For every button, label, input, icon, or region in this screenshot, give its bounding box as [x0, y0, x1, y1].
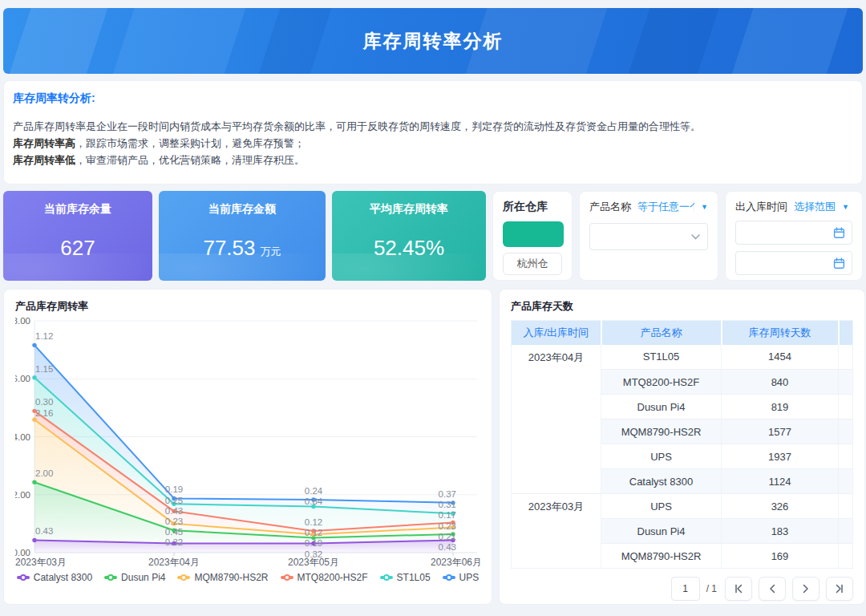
product-cell: MQM8790-HS2R [601, 544, 722, 569]
warehouse-option-button[interactable]: 杭州仓 [503, 253, 562, 275]
dashboard-page: 库存周转率分析 库存周率转分析: 产品库存周转率是企业在一段时间内销货成本与平均… [0, 8, 866, 616]
chart-legend: Catalyst 8300Dusun Pi4MQM8790-HS2RMTQ820… [15, 572, 480, 583]
svg-text:0.19: 0.19 [165, 484, 183, 494]
extra-cell [839, 395, 853, 419]
svg-text:0.31: 0.31 [439, 500, 456, 509]
svg-text:0.43: 0.43 [165, 506, 183, 516]
legend-label: ST1L05 [397, 572, 431, 583]
legend-marker-icon [104, 576, 117, 579]
chevron-down-icon [691, 234, 700, 240]
prev-page-icon [768, 584, 776, 594]
kpi-label: 当前库存金额 [208, 202, 276, 217]
pagination: 1 / 1 [511, 577, 853, 601]
product-operator-dropdown[interactable]: 等于任意一个 [637, 200, 694, 214]
days-cell: 1124 [722, 469, 839, 494]
warehouse-selected-button[interactable] [503, 221, 564, 247]
legend-item-st1l05[interactable]: ST1L05 [380, 572, 431, 583]
days-cell: 1454 [722, 345, 839, 370]
product-cell: MTQ8200-HS2F [601, 370, 722, 395]
svg-text:0.23: 0.23 [165, 517, 183, 526]
analysis-line-2: 库存周转率高，跟踪市场需求，调整采购计划，避免库存预警； [13, 135, 853, 152]
svg-text:4.00: 4.00 [15, 432, 30, 442]
legend-item-mtq8200-hs2f[interactable]: MTQ8200-HS2F [281, 572, 368, 583]
product-filter-label: 产品名称 [589, 200, 631, 214]
svg-text:2.00: 2.00 [15, 490, 30, 500]
prev-page-button[interactable] [759, 577, 786, 601]
turnover-chart-panel: 产品库存周转率 0.002.004.006.008.002023年03月2023… [3, 289, 492, 605]
dropdown-caret-icon[interactable]: ▼ [842, 203, 849, 211]
product-select-input[interactable] [589, 223, 708, 250]
svg-text:2023年06月: 2023年06月 [431, 557, 482, 568]
svg-text:0.12: 0.12 [305, 528, 322, 537]
extra-cell [839, 494, 853, 519]
time-filter-head: 出入库时间 选择范围 ▼ [735, 200, 852, 214]
table-header-cell: 库存周转天数 [722, 321, 839, 345]
svg-text:0.32: 0.32 [165, 537, 183, 547]
svg-text:0.32: 0.32 [305, 549, 322, 559]
banner-decoration [6, 8, 113, 74]
filter-product-name: 产品名称 等于任意一个 ▼ [579, 191, 718, 281]
days-cell: 1577 [722, 419, 839, 444]
days-cell: 819 [722, 395, 839, 419]
kpi-value: 52.45% [374, 236, 444, 261]
svg-text:2.00: 2.00 [35, 468, 53, 478]
svg-text:6.00: 6.00 [15, 374, 30, 383]
content-row: 产品库存周转率 0.002.004.006.008.002023年03月2023… [3, 289, 863, 605]
page-title: 库存周转率分析 [363, 29, 504, 54]
start-date-input[interactable] [735, 221, 852, 245]
svg-text:0.12: 0.12 [305, 517, 322, 527]
banner-decoration [108, 8, 250, 74]
product-cell: Dusun Pi4 [601, 519, 722, 544]
product-cell: UPS [601, 494, 722, 519]
time-range-dropdown[interactable]: 选择范围 [794, 200, 836, 214]
end-date-input[interactable] [735, 251, 852, 275]
legend-label: UPS [459, 572, 480, 583]
svg-text:1.15: 1.15 [35, 364, 53, 374]
banner-decoration [255, 8, 337, 74]
first-page-button[interactable] [725, 577, 752, 601]
filter-warehouse: 所在仓库 杭州仓 [492, 191, 573, 281]
calendar-icon [833, 227, 845, 239]
kpi-label: 当前库存余量 [44, 202, 111, 217]
table-header-cell [839, 321, 853, 345]
legend-label: Dusun Pi4 [121, 572, 165, 583]
page-total-label: / 1 [706, 583, 717, 594]
legend-item-mqm8790-hs2r[interactable]: MQM8790-HS2R [177, 572, 268, 583]
legend-item-catalyst-8300[interactable]: Catalyst 8300 [17, 572, 92, 583]
days-cell: 1937 [722, 444, 839, 469]
extra-cell [839, 544, 853, 569]
dropdown-caret-icon[interactable]: ▼ [701, 203, 708, 211]
svg-text:2023年04月: 2023年04月 [148, 557, 200, 568]
last-page-icon [834, 584, 845, 594]
legend-marker-icon [380, 576, 393, 579]
svg-text:8.00: 8.00 [15, 317, 30, 326]
svg-text:0.45: 0.45 [165, 527, 183, 537]
days-cell: 169 [722, 544, 839, 569]
svg-text:0.19: 0.19 [305, 538, 322, 548]
table-header-cell: 产品名称 [601, 321, 722, 345]
extra-cell [839, 469, 853, 494]
product-filter-head: 产品名称 等于任意一个 ▼ [589, 200, 708, 214]
kpi-value: 627 [60, 236, 95, 261]
legend-label: MQM8790-HS2R [194, 572, 268, 583]
table-title: 产品库存天数 [511, 299, 853, 314]
period-cell: 2023年03月 [512, 494, 601, 569]
kpi-card-stock-balance: 当前库存余量 627 [3, 191, 152, 281]
analysis-panel: 库存周率转分析: 产品库存周转率是企业在一段时间内销货成本与平均存货余额的比率，… [3, 80, 863, 184]
analysis-body: 产品库存周转率是企业在一段时间内销货成本与平均存货余额的比率，可用于反映存货的周… [13, 118, 853, 168]
table-row: 2023年03月UPS326 [512, 494, 853, 519]
legend-item-ups[interactable]: UPS [443, 572, 480, 583]
stock-days-table: 入库/出库时间产品名称库存周转天数 2023年04月ST1L051454MTQ8… [511, 320, 853, 569]
product-cell: ST1L05 [601, 345, 722, 370]
days-cell: 326 [722, 494, 839, 519]
kpi-label: 平均库存周转率 [370, 202, 448, 217]
table-header-row: 入库/出库时间产品名称库存周转天数 [512, 321, 853, 345]
last-page-button[interactable] [826, 577, 853, 601]
days-cell: 840 [722, 370, 839, 395]
page-number-input[interactable]: 1 [671, 577, 700, 601]
svg-text:0.43: 0.43 [439, 542, 456, 552]
legend-marker-icon [177, 576, 190, 579]
svg-text:0.37: 0.37 [439, 489, 456, 499]
next-page-button[interactable] [792, 577, 819, 601]
legend-item-dusun-pi4[interactable]: Dusun Pi4 [104, 572, 165, 583]
